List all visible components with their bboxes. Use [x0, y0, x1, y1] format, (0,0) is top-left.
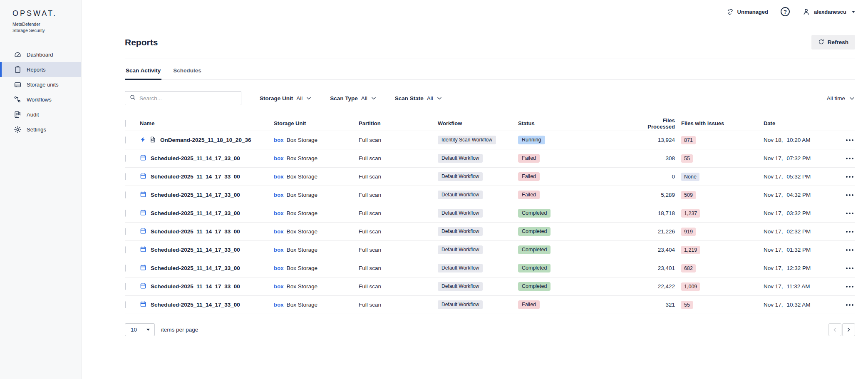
- refresh-button[interactable]: Refresh: [811, 35, 855, 50]
- scan-type-filter[interactable]: Scan Type All: [330, 95, 377, 102]
- column-header-files-processed: Files Processed: [635, 117, 675, 130]
- sidebar-item-dashboard[interactable]: Dashboard: [0, 47, 81, 62]
- table-row[interactable]: Scheduled-2025_11_14_17_33_00 box Box St…: [125, 204, 855, 223]
- files-processed: 5,289: [635, 192, 675, 198]
- next-page-button[interactable]: [842, 323, 855, 336]
- row-checkbox[interactable]: [125, 228, 126, 235]
- sidebar-item-label: Dashboard: [27, 52, 53, 58]
- sidebar-item-workflows[interactable]: Workflows: [0, 92, 81, 107]
- table-row[interactable]: Scheduled-2025_11_14_17_33_00 box Box St…: [125, 149, 855, 168]
- row-actions-menu[interactable]: [845, 265, 854, 272]
- sidebar-item-reports[interactable]: Reports: [0, 62, 81, 77]
- row-actions-menu[interactable]: [845, 210, 854, 217]
- storage-unit-name: Box Storage: [287, 155, 317, 161]
- row-checkbox[interactable]: [125, 283, 126, 290]
- row-checkbox[interactable]: [125, 155, 126, 162]
- status-badge: Running: [518, 136, 545, 145]
- partition: Full scan: [359, 247, 438, 253]
- row-checkbox[interactable]: [125, 136, 126, 144]
- search-input[interactable]: [139, 95, 237, 102]
- tab-scan-activity[interactable]: Scan Activity: [125, 67, 161, 80]
- files-processed: 321: [635, 302, 675, 308]
- files-processed: 308: [635, 155, 675, 161]
- table-row[interactable]: Scheduled-2025_11_14_17_33_00 box Box St…: [125, 223, 855, 241]
- scheduled-calendar-icon: [140, 282, 146, 290]
- user-menu[interactable]: alexdanescu: [802, 8, 855, 16]
- table-row[interactable]: Scheduled-2025_11_14_17_33_00 box Box St…: [125, 277, 855, 296]
- chevron-down-icon: [849, 95, 855, 102]
- storage-unit-name: Box Storage: [287, 228, 317, 235]
- row-actions-menu[interactable]: [845, 302, 854, 308]
- box-logo: box: [274, 247, 284, 253]
- files-with-issues-badge: 871: [681, 136, 696, 144]
- table-row[interactable]: Scheduled-2025_11_14_17_33_00 box Box St…: [125, 241, 855, 259]
- row-checkbox[interactable]: [125, 173, 126, 180]
- row-checkbox[interactable]: [125, 210, 126, 217]
- scan-date: Nov 17, 11:32 AM: [764, 283, 844, 290]
- unmanaged-status[interactable]: Unmanaged: [727, 8, 768, 15]
- sidebar-item-label: Reports: [27, 67, 46, 73]
- storage-unit-filter[interactable]: Storage Unit All: [260, 95, 312, 102]
- table-header: Name Storage Unit Partition Workflow Sta…: [125, 116, 855, 131]
- scan-name: Scheduled-2025_11_14_17_33_00: [151, 155, 240, 161]
- opswat-logo: OPSWAT.: [12, 9, 81, 18]
- table-row[interactable]: OnDemand-2025_11_18_10_20_36 box Box Sto…: [125, 131, 855, 149]
- scan-activity-table: Name Storage Unit Partition Workflow Sta…: [125, 116, 855, 314]
- table-row[interactable]: Scheduled-2025_11_14_17_33_00 box Box St…: [125, 168, 855, 186]
- row-checkbox[interactable]: [125, 191, 126, 198]
- table-row[interactable]: Scheduled-2025_11_14_17_33_00 box Box St…: [125, 296, 855, 314]
- row-checkbox[interactable]: [125, 301, 126, 308]
- sidebar-item-settings[interactable]: Settings: [0, 122, 81, 137]
- table-row[interactable]: Scheduled-2025_11_14_17_33_00 box Box St…: [125, 259, 855, 277]
- column-header-partition: Partition: [359, 120, 438, 126]
- unmanaged-label: Unmanaged: [737, 9, 768, 15]
- partition: Full scan: [359, 192, 438, 198]
- workflow-badge: Default Workflow: [438, 172, 483, 181]
- row-actions-menu[interactable]: [845, 283, 854, 290]
- files-with-issues-badge: None: [681, 173, 699, 181]
- select-all-checkbox[interactable]: [125, 120, 126, 127]
- previous-page-button[interactable]: [828, 323, 841, 336]
- row-actions-menu[interactable]: [845, 247, 854, 253]
- partition: Full scan: [359, 228, 438, 235]
- table-row[interactable]: Scheduled-2025_11_14_17_33_00 box Box St…: [125, 186, 855, 204]
- dashboard-icon: [14, 51, 22, 59]
- storage-units-icon: [14, 81, 22, 89]
- row-actions-menu[interactable]: [845, 155, 854, 162]
- brand: OPSWAT. MetaDefender Storage Security: [0, 0, 81, 34]
- storage-unit-name: Box Storage: [287, 247, 317, 253]
- sidebar-item-storage-units[interactable]: Storage units: [0, 77, 81, 92]
- status-badge: Failed: [518, 191, 540, 200]
- sidebar-item-audit[interactable]: Audit: [0, 107, 81, 122]
- scan-date: Nov 17, 01:32 PM: [764, 247, 844, 253]
- sidebar-item-label: Audit: [27, 111, 39, 118]
- files-with-issues-badge: 919: [681, 228, 696, 236]
- files-processed: 23,404: [635, 247, 675, 253]
- files-with-issues-badge: 1,009: [681, 282, 700, 291]
- scheduled-calendar-icon: [140, 246, 146, 254]
- box-logo: box: [274, 228, 284, 235]
- scheduled-calendar-icon: [140, 191, 146, 199]
- row-checkbox[interactable]: [125, 246, 126, 253]
- row-actions-menu[interactable]: [845, 228, 854, 235]
- sidebar-nav: DashboardReportsStorage unitsWorkflowsAu…: [0, 47, 81, 137]
- scan-state-filter[interactable]: Scan State All: [395, 95, 442, 102]
- row-actions-menu[interactable]: [845, 137, 854, 144]
- row-checkbox[interactable]: [125, 265, 126, 272]
- row-actions-menu[interactable]: [845, 173, 854, 180]
- workflow-badge: Default Workflow: [438, 191, 483, 199]
- column-header-date: Date: [764, 120, 844, 126]
- tab-schedules[interactable]: Schedules: [172, 67, 202, 80]
- row-actions-menu[interactable]: [845, 192, 854, 198]
- box-logo: box: [274, 192, 284, 198]
- sidebar-item-label: Workflows: [27, 97, 52, 103]
- help-icon[interactable]: ?: [781, 7, 790, 16]
- partition: Full scan: [359, 302, 438, 308]
- column-header-workflow: Workflow: [438, 120, 518, 126]
- broken-link-icon: [727, 8, 734, 15]
- page-size-select[interactable]: 10: [125, 323, 155, 336]
- pagination: 10 items per page: [125, 323, 855, 336]
- time-range-filter[interactable]: All time: [827, 95, 855, 102]
- box-logo: box: [274, 265, 284, 271]
- files-processed: 18,718: [635, 210, 675, 216]
